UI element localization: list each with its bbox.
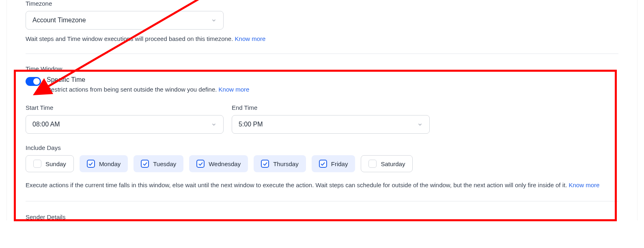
checkbox-icon <box>261 160 269 168</box>
day-chip-saturday[interactable]: Saturday <box>361 155 413 172</box>
day-chip-tuesday[interactable]: Tuesday <box>134 155 183 172</box>
execute-know-more-link[interactable]: Know more <box>569 182 599 188</box>
timezone-help-content: Wait steps and Time window executions wi… <box>26 35 235 42</box>
time-window-label: Time Window <box>26 65 618 72</box>
day-label: Saturday <box>381 160 405 167</box>
checkbox-icon <box>196 160 205 168</box>
day-label: Wednesday <box>209 160 241 167</box>
end-time-value: 5:00 PM <box>239 121 263 128</box>
checkbox-icon <box>141 160 149 168</box>
chevron-down-icon <box>211 17 217 23</box>
end-time-label: End Time <box>232 104 430 111</box>
end-time-select[interactable]: 5:00 PM <box>232 115 430 134</box>
day-chip-thursday[interactable]: Thursday <box>254 155 306 172</box>
execute-help-text: Execute actions if the current time fall… <box>26 180 618 190</box>
timezone-select[interactable]: Account Timezone <box>26 11 224 30</box>
days-row: SundayMondayTuesdayWednesdayThursdayFrid… <box>26 155 618 172</box>
day-label: Friday <box>331 160 348 167</box>
section-divider <box>26 201 618 201</box>
specific-time-desc-text: Restrict actions from being sent outside… <box>47 86 219 93</box>
day-label: Monday <box>99 160 121 167</box>
day-label: Tuesday <box>153 160 176 167</box>
chevron-down-icon <box>211 122 217 127</box>
section-divider <box>26 53 618 54</box>
timezone-select-value: Account Timezone <box>32 17 86 24</box>
specific-time-desc: Restrict actions from being sent outside… <box>47 86 249 93</box>
day-label: Sunday <box>45 160 66 167</box>
start-time-select[interactable]: 08:00 AM <box>26 115 224 134</box>
timezone-help-text: Wait steps and Time window executions wi… <box>26 35 618 42</box>
execute-help-content: Execute actions if the current time fall… <box>26 182 569 188</box>
day-chip-wednesday[interactable]: Wednesday <box>189 155 248 172</box>
specific-time-title: Specific Time <box>47 76 249 83</box>
checkbox-icon <box>87 160 95 168</box>
start-time-label: Start Time <box>26 104 224 111</box>
checkbox-icon <box>368 160 377 168</box>
day-chip-monday[interactable]: Monday <box>80 155 128 172</box>
include-days-label: Include Days <box>26 144 618 151</box>
chevron-down-icon <box>417 122 423 127</box>
specific-time-toggle[interactable] <box>26 77 41 86</box>
timezone-know-more-link[interactable]: Know more <box>235 35 266 42</box>
day-chip-friday[interactable]: Friday <box>312 155 355 172</box>
start-time-value: 08:00 AM <box>32 121 60 128</box>
checkbox-icon <box>319 160 327 168</box>
timezone-label: Timezone <box>26 0 618 7</box>
checkbox-icon <box>33 160 41 168</box>
day-label: Thursday <box>273 160 299 167</box>
day-chip-sunday[interactable]: Sunday <box>26 155 74 172</box>
toggle-knob <box>33 78 40 85</box>
specific-time-know-more-link[interactable]: Know more <box>219 86 250 93</box>
sender-details-label: Sender Details <box>26 214 618 220</box>
